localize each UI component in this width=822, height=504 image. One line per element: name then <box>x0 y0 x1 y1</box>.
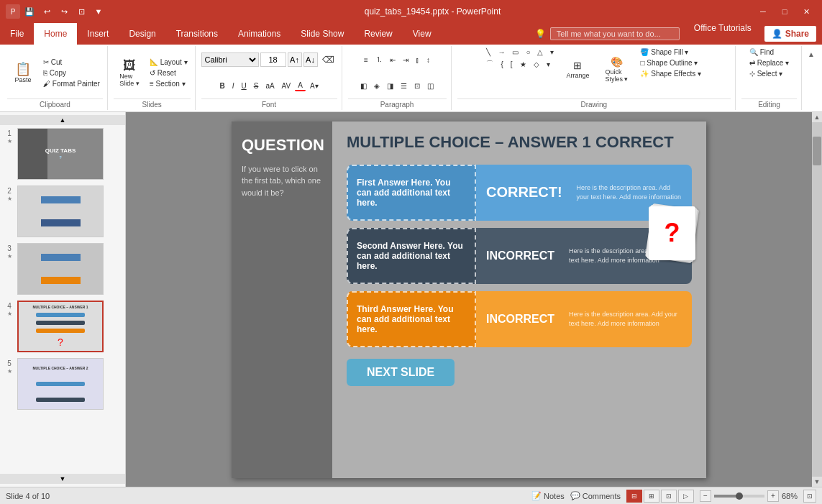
main-area: ▲ 1 ★ QUIZ TABS? 2 ★ <box>0 112 822 487</box>
notes-button[interactable]: 📝 Notes <box>531 491 565 500</box>
cut-button[interactable]: ✂ Cut <box>40 58 103 67</box>
layout-button[interactable]: 📐 Layout ▾ <box>147 58 191 67</box>
font-size-input[interactable] <box>260 52 286 67</box>
shape-outline-button[interactable]: □ Shape Outline ▾ <box>637 58 704 68</box>
find-button[interactable]: 🔍 Find <box>746 47 777 57</box>
justify-button[interactable]: ☰ <box>398 81 410 91</box>
shape-brace[interactable]: { <box>498 60 506 69</box>
text-direction-button[interactable]: ⊡ <box>411 81 423 91</box>
reading-view-button[interactable]: ⊡ <box>661 490 677 503</box>
shape-effects-button[interactable]: ✨ Shape Effects ▾ <box>637 69 704 78</box>
zoom-slider[interactable] <box>714 495 764 498</box>
highlight-button[interactable]: A▾ <box>307 81 321 91</box>
answer-row-2[interactable]: Second Answer Here. You can add addition… <box>347 228 692 284</box>
scroll-track[interactable] <box>812 122 822 477</box>
shape-line[interactable]: ╲ <box>483 47 493 57</box>
left-align-button[interactable]: ◧ <box>357 81 370 91</box>
slide-thumb-5[interactable]: 5 ★ MULTIPLE CHOICE – ANSWER 2 <box>0 355 125 413</box>
slide-thumb-4[interactable]: 4 ★ MULTIPLE CHOICE – ANSWER 1 ? <box>0 298 125 355</box>
section-button[interactable]: ≡ Section ▾ <box>147 79 191 88</box>
undo-button[interactable]: ↩ <box>40 5 53 18</box>
shape-triangle[interactable]: △ <box>534 47 546 57</box>
menu-slideshow[interactable]: Slide Show <box>291 23 354 45</box>
convert-smartart-button[interactable]: ◫ <box>424 81 437 91</box>
scroll-thumb[interactable] <box>813 137 821 165</box>
comments-button[interactable]: 💬 Comments <box>570 491 621 500</box>
menu-animations[interactable]: Animations <box>228 23 291 45</box>
shape-curved[interactable]: ⌒ <box>483 58 496 70</box>
font-decrease-button[interactable]: A↓ <box>303 52 318 67</box>
scroll-down-button[interactable]: ▼ <box>0 474 125 484</box>
slide-thumb-1[interactable]: 1 ★ QUIZ TABS? <box>0 125 125 183</box>
font-family-select[interactable]: Calibri <box>201 52 259 67</box>
paste-button[interactable]: 📋 Paste <box>7 47 39 98</box>
menu-view[interactable]: View <box>403 23 442 45</box>
normal-view-button[interactable]: ⊟ <box>626 490 642 503</box>
reset-button[interactable]: ↺ Reset <box>147 68 191 78</box>
slideshow-view-button[interactable]: ▷ <box>678 490 694 503</box>
shape-oval[interactable]: ○ <box>523 47 533 57</box>
italic-button[interactable]: I <box>229 81 237 91</box>
menu-insert[interactable]: Insert <box>77 23 119 45</box>
new-slide-button[interactable]: 🖼 NewSlide ▾ <box>114 47 145 98</box>
font-color-button[interactable]: A <box>295 81 306 91</box>
menu-file[interactable]: File <box>0 23 34 45</box>
zoom-out-button[interactable]: − <box>700 490 711 502</box>
shapes-more2[interactable]: ▾ <box>544 60 553 69</box>
center-align-button[interactable]: ◈ <box>371 81 383 91</box>
menu-transitions[interactable]: Transitions <box>166 23 228 45</box>
format-painter-button[interactable]: 🖌 Format Painter <box>40 79 103 88</box>
quick-styles-button[interactable]: 🎨 QuickStyles ▾ <box>598 47 634 91</box>
shape-bracket[interactable]: [ <box>508 60 516 69</box>
share-button[interactable]: 👤 Share <box>764 26 816 42</box>
redo-button[interactable]: ↪ <box>58 5 70 18</box>
fit-to-window-button[interactable]: ⊡ <box>803 490 816 503</box>
slide-thumb-2[interactable]: 2 ★ <box>0 183 125 240</box>
close-button[interactable]: ✕ <box>796 4 816 19</box>
scroll-up-button[interactable]: ▲ <box>0 115 125 125</box>
right-align-button[interactable]: ◨ <box>384 81 396 91</box>
slide-thumb-3[interactable]: 3 ★ <box>0 240 125 298</box>
save-button[interactable]: 💾 <box>23 5 36 18</box>
underline-button[interactable]: U <box>238 81 249 91</box>
slide-canvas[interactable]: QUESTION If you were to click on the fir… <box>232 122 706 478</box>
zoom-in-button[interactable]: + <box>767 490 779 502</box>
decrease-indent-button[interactable]: ⇤ <box>387 55 398 65</box>
select-button[interactable]: ⊹ Select ▾ <box>746 69 785 78</box>
clear-format-button[interactable]: ⌫ <box>319 54 337 65</box>
shape-star[interactable]: ★ <box>517 60 529 69</box>
slide-sorter-button[interactable]: ⊞ <box>644 490 659 503</box>
line-spacing-button[interactable]: ↕ <box>424 55 433 65</box>
shape-misc[interactable]: ◇ <box>531 60 542 69</box>
strikethrough-button[interactable]: S <box>251 81 262 91</box>
menu-review[interactable]: Review <box>354 23 402 45</box>
arrange-button[interactable]: ⊞ Arrange <box>560 47 595 91</box>
minimize-button[interactable]: ─ <box>753 4 773 19</box>
spacing-button[interactable]: AV <box>279 81 294 91</box>
collapse-ribbon-button[interactable]: ▲ <box>805 47 818 60</box>
next-button-container: NEXT SLIDE <box>347 359 692 386</box>
shapes-more[interactable]: ▾ <box>547 47 557 57</box>
office-tutorials-link[interactable]: Office Tutorials <box>687 23 759 45</box>
font-increase-button[interactable]: A↑ <box>288 52 302 67</box>
increase-indent-button[interactable]: ⇥ <box>400 55 411 65</box>
shape-arrow[interactable]: → <box>495 47 508 57</box>
smallcaps-button[interactable]: aA <box>262 81 277 91</box>
bullets-button[interactable]: ≡ <box>361 55 371 65</box>
next-slide-button[interactable]: NEXT SLIDE <box>347 359 455 386</box>
maximize-button[interactable]: □ <box>775 4 795 19</box>
replace-button[interactable]: ⇄ Replace ▾ <box>746 58 792 68</box>
bold-button[interactable]: B <box>216 81 227 91</box>
menu-design[interactable]: Design <box>119 23 165 45</box>
copy-button[interactable]: ⎘ Copy <box>40 68 103 78</box>
scroll-up-arrow[interactable]: ▲ <box>812 112 822 122</box>
menu-home[interactable]: Home <box>34 23 77 45</box>
shape-fill-button[interactable]: 🪣 Shape Fill ▾ <box>637 47 704 57</box>
scroll-down-arrow[interactable]: ▼ <box>812 477 822 487</box>
answer-row-3[interactable]: Third Answer Here. You can add additiona… <box>347 291 692 347</box>
columns-button[interactable]: ⫿ <box>413 55 422 65</box>
numbering-button[interactable]: ⒈ <box>373 54 385 65</box>
customize-button[interactable]: ▼ <box>92 5 105 18</box>
tell-me-input[interactable] <box>550 27 680 40</box>
shape-rect[interactable]: ▭ <box>509 47 521 57</box>
